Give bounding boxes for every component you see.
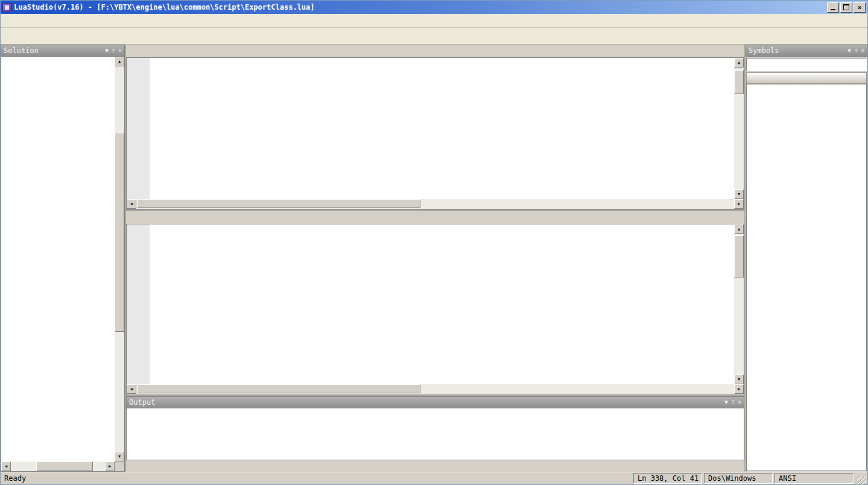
status-ready: Ready xyxy=(2,474,632,483)
status-encoding: ANSI xyxy=(775,473,854,484)
scroll-thumb[interactable] xyxy=(734,70,744,94)
scroll-up-icon[interactable]: ▲ xyxy=(115,57,124,66)
solution-horizontal-scrollbar[interactable]: ◀ ▶ xyxy=(1,461,115,471)
editor-tab-bar xyxy=(126,45,744,57)
symbols-list xyxy=(746,84,867,471)
scroll-thumb[interactable] xyxy=(734,235,744,277)
scroll-thumb[interactable] xyxy=(115,133,124,332)
solution-vertical-scrollbar[interactable]: ▲ ▼ xyxy=(115,57,124,461)
app-window: LuaStudio(v7.16) - [F:\YBTX\engine\lua\c… xyxy=(0,0,868,485)
symbols-panel-title: Symbols xyxy=(749,46,779,55)
maximize-button[interactable] xyxy=(840,2,852,13)
status-cursor-position: Ln 338, Col 41 xyxy=(633,473,702,484)
symbols-panel: Symbols ▼ ⊤ × xyxy=(744,45,867,472)
solution-panel-title: Solution xyxy=(4,46,39,55)
scroll-left-icon[interactable]: ◀ xyxy=(127,199,136,209)
output-close-icon[interactable]: × xyxy=(738,399,741,405)
editor-area[interactable]: ▲ ▼ xyxy=(126,224,744,384)
status-line-ending: Dos\Windows xyxy=(704,473,773,484)
symbols-pin-icon[interactable]: ⊤ xyxy=(854,48,858,54)
output-pin-icon[interactable]: ⊤ xyxy=(731,399,735,405)
editor-group-bottom: ▲ ▼ ◀ ▶ xyxy=(126,211,744,396)
output-log xyxy=(126,408,744,460)
minimize-button[interactable] xyxy=(827,2,839,13)
scroll-down-icon[interactable]: ▼ xyxy=(734,189,744,199)
scroll-thumb[interactable] xyxy=(137,384,420,393)
solution-close-icon[interactable]: × xyxy=(118,48,122,54)
symbols-close-icon[interactable]: × xyxy=(861,48,864,54)
symbols-search-input[interactable] xyxy=(747,59,866,71)
editor-vertical-scrollbar[interactable]: ▲ ▼ xyxy=(734,58,744,199)
menu-bar xyxy=(1,14,867,28)
editor-vertical-scrollbar[interactable]: ▲ ▼ xyxy=(734,224,744,384)
scroll-left-icon[interactable]: ◀ xyxy=(127,384,136,394)
solution-pin-icon[interactable]: ⊤ xyxy=(112,48,115,54)
resize-grip[interactable] xyxy=(858,476,866,484)
output-dropdown-icon[interactable]: ▼ xyxy=(724,399,728,405)
window-title: LuaStudio(v7.16) - [F:\YBTX\engine\lua\c… xyxy=(14,3,315,11)
app-icon xyxy=(2,3,11,12)
symbols-dropdown-icon[interactable]: ▼ xyxy=(847,48,851,54)
solution-dropdown-icon[interactable]: ▼ xyxy=(105,48,109,54)
status-bar: Ready Ln 338, Col 41 Dos\Windows ANSI xyxy=(1,472,867,484)
scroll-up-icon[interactable]: ▲ xyxy=(734,58,744,68)
toolbar xyxy=(1,28,867,45)
editor-tab-bar xyxy=(126,211,744,224)
editor-horizontal-scrollbar[interactable]: ◀ ▶ xyxy=(126,199,744,210)
output-panel-title: Output xyxy=(129,398,155,407)
editor-area[interactable]: ▲ ▼ xyxy=(126,57,744,199)
editor-horizontal-scrollbar[interactable]: ◀ ▶ xyxy=(126,384,744,395)
editor-group-top: ▲ ▼ ◀ ▶ xyxy=(126,45,744,211)
scroll-thumb[interactable] xyxy=(137,199,420,208)
symbols-list-header[interactable] xyxy=(746,72,867,84)
close-button[interactable]: × xyxy=(854,2,866,13)
scroll-right-icon[interactable]: ▶ xyxy=(734,384,744,394)
solution-tree xyxy=(1,57,115,461)
title-bar: LuaStudio(v7.16) - [F:\YBTX\engine\lua\c… xyxy=(1,1,867,14)
scroll-down-icon[interactable]: ▼ xyxy=(734,375,744,384)
scroll-left-icon[interactable]: ◀ xyxy=(1,461,11,471)
scroll-down-icon[interactable]: ▼ xyxy=(115,452,124,461)
scroll-thumb[interactable] xyxy=(36,461,93,471)
scroll-right-icon[interactable]: ▶ xyxy=(734,199,744,209)
output-panel: Output ▼ ⊤ × xyxy=(126,396,744,460)
solution-panel: Solution ▼ ⊤ × ▲ ▼ ◀ ▶ xyxy=(1,45,126,472)
scroll-up-icon[interactable]: ▲ xyxy=(734,224,744,234)
scroll-right-icon[interactable]: ▶ xyxy=(105,461,115,471)
